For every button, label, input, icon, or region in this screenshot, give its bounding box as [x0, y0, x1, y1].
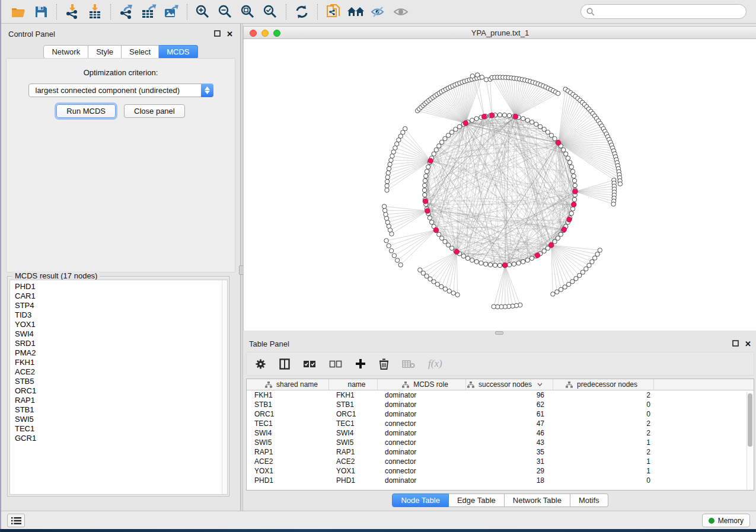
duplicate-network-icon[interactable] [323, 3, 343, 21]
list-item[interactable]: STB1 [10, 405, 227, 415]
network-canvas[interactable] [243, 39, 756, 331]
list-item[interactable]: SRD1 [10, 339, 227, 348]
table-cell[interactable]: connector [378, 467, 466, 475]
table-cell[interactable]: 0 [553, 410, 654, 418]
table-cell[interactable]: RAP1 [247, 448, 329, 456]
task-history-button[interactable] [7, 514, 25, 527]
table-options-gear-icon[interactable] [255, 358, 266, 370]
table-cell[interactable]: dominator [378, 410, 466, 418]
table-cell[interactable]: 18 [466, 476, 553, 485]
show-all-icon[interactable] [391, 3, 411, 21]
table-cell[interactable]: 0 [553, 400, 654, 409]
mcds-result-list[interactable]: PHD1CAR1STP4TID3YOX1SWI4SRD1PMA2FKH1ACE2… [9, 280, 228, 495]
table-cell[interactable]: 1 [553, 467, 654, 475]
table-cell[interactable]: 1 [553, 457, 654, 466]
list-item[interactable]: ACE2 [10, 367, 227, 377]
table-cell[interactable]: 61 [466, 410, 553, 418]
deselect-all-icon[interactable] [329, 360, 342, 368]
delete-column-icon[interactable] [379, 358, 389, 370]
list-item[interactable]: STP4 [10, 301, 227, 310]
table-cell[interactable]: dominator [378, 429, 466, 437]
table-cell[interactable]: STB1 [247, 400, 329, 409]
table-cell[interactable]: TEC1 [247, 419, 329, 428]
refresh-icon[interactable] [292, 3, 312, 21]
table-cell[interactable]: 1 [553, 438, 654, 447]
table-cell[interactable]: 2 [553, 429, 654, 437]
list-item[interactable]: SWI4 [10, 329, 227, 339]
column-header-MCDS-role[interactable]: MCDS role [378, 379, 466, 390]
table-row[interactable]: PHD1PHD1dominator180 [247, 476, 754, 485]
import-network-icon[interactable] [62, 3, 82, 21]
table-cell[interactable]: SWI4 [329, 429, 378, 437]
table-cell[interactable]: dominator [378, 476, 466, 485]
table-cell[interactable]: SWI5 [329, 438, 378, 447]
table-cell[interactable]: YOX1 [329, 467, 378, 475]
close-panel-button[interactable]: Close panel [124, 104, 185, 118]
table-cell[interactable]: 35 [466, 448, 553, 456]
table-cell[interactable]: 47 [466, 419, 553, 428]
table-row[interactable]: RAP1RAP1dominator352 [247, 447, 754, 457]
list-item[interactable]: STB5 [10, 377, 227, 386]
tab-edge-table[interactable]: Edge Table [449, 493, 505, 507]
float-panel-icon[interactable] [732, 338, 739, 349]
column-header-successor-nodes[interactable]: successor nodes [466, 379, 553, 390]
zoom-in-icon[interactable] [193, 3, 213, 21]
list-item[interactable]: PMA2 [10, 348, 227, 358]
table-cell[interactable]: PHD1 [329, 476, 378, 485]
table-row[interactable]: SWI5SWI5connector431 [247, 438, 754, 447]
table-cell[interactable]: ORC1 [329, 410, 378, 418]
minimize-window-icon[interactable] [261, 30, 269, 37]
table-cell[interactable]: 2 [553, 448, 654, 456]
search-box[interactable] [580, 4, 747, 19]
table-cell[interactable]: SWI5 [247, 438, 329, 447]
list-item[interactable]: RAP1 [10, 396, 227, 405]
table-cell[interactable]: PHD1 [247, 476, 329, 485]
table-cell[interactable]: 31 [466, 457, 553, 466]
show-columns-icon[interactable] [279, 358, 290, 370]
list-item[interactable]: SWI5 [10, 415, 227, 424]
table-cell[interactable]: dominator [378, 448, 466, 456]
table-row[interactable]: YOX1YOX1connector291 [247, 466, 754, 476]
column-header-shared-name[interactable]: shared name [247, 379, 329, 390]
table-cell[interactable]: dominator [378, 400, 466, 409]
table-row[interactable]: ACE2ACE2connector311 [247, 457, 754, 466]
column-header-name[interactable]: name [329, 379, 378, 390]
close-window-icon[interactable] [250, 30, 257, 37]
hide-selected-icon[interactable] [368, 3, 388, 21]
table-cell[interactable]: 96 [466, 391, 553, 399]
splitter-grip[interactable] [495, 331, 503, 335]
list-item[interactable]: PHD1 [10, 282, 227, 291]
import-table-icon[interactable] [85, 3, 105, 21]
optimization-criterion-dropdown[interactable]: largest connected component (undirected) [28, 84, 213, 97]
list-item[interactable]: CAR1 [10, 291, 227, 301]
table-cell[interactable]: RAP1 [329, 448, 378, 456]
maximize-window-icon[interactable] [273, 30, 280, 37]
scrollbar-thumb[interactable] [748, 393, 752, 447]
horizontal-splitter[interactable] [243, 331, 756, 335]
run-mcds-button[interactable]: Run MCDS [56, 104, 116, 118]
table-cell[interactable]: SWI4 [247, 429, 329, 437]
table-cell[interactable]: 29 [466, 467, 553, 475]
table-cell[interactable]: ACE2 [329, 457, 378, 466]
list-item[interactable]: ORC1 [10, 386, 227, 396]
mcds-list-scrollbar[interactable] [222, 280, 227, 494]
open-file-icon[interactable] [8, 3, 28, 21]
export-table-icon[interactable] [139, 3, 159, 21]
table-row[interactable]: STB1STB1dominator620 [247, 400, 754, 409]
tab-node-table[interactable]: Node Table [392, 493, 449, 507]
table-cell[interactable]: FKH1 [329, 391, 378, 399]
column-header-predecessor-nodes[interactable]: predecessor nodes [553, 379, 654, 390]
table-row[interactable]: SWI4SWI4dominator462 [247, 428, 754, 438]
table-cell[interactable]: ACE2 [247, 457, 329, 466]
first-neighbors-icon[interactable] [346, 3, 366, 21]
memory-button[interactable]: Memory [702, 514, 750, 527]
export-network-icon[interactable] [116, 3, 136, 21]
table-row[interactable]: FKH1FKH1dominator962 [247, 390, 754, 400]
table-row[interactable]: TEC1TEC1connector472 [247, 419, 754, 428]
table-cell[interactable]: 46 [466, 429, 553, 437]
tab-style[interactable]: Style [88, 45, 122, 59]
close-panel-icon[interactable]: ✕ [745, 339, 751, 348]
zoom-selected-icon[interactable] [260, 3, 280, 21]
search-input[interactable] [595, 8, 737, 16]
table-cell[interactable]: connector [378, 438, 466, 447]
